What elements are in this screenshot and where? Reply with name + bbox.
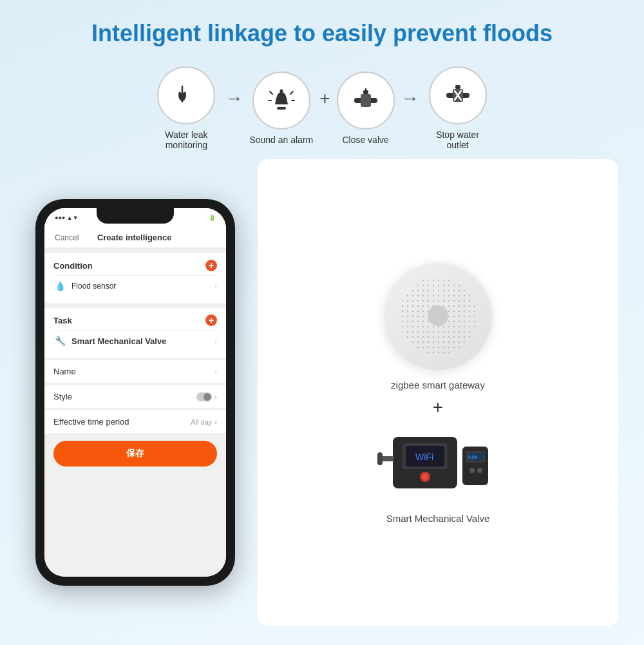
flood-sensor-icon: 💧 xyxy=(53,280,66,293)
svg-point-25 xyxy=(422,474,428,480)
valve-task-row[interactable]: 🔧 Smart Mechanical Valve › xyxy=(53,330,217,351)
svg-text:WiFi: WiFi xyxy=(415,452,433,462)
signal-icon: ●●● ▲▼ xyxy=(55,215,79,221)
cancel-label[interactable]: Cancel xyxy=(55,233,79,242)
plus-divider: + xyxy=(433,397,443,418)
main-title: Intelligent linkage to easily prevent fl… xyxy=(91,19,553,47)
task-header: Task + xyxy=(53,314,217,326)
flow-diagram: Water leak monitoring → Sound an alarm xyxy=(154,66,489,150)
stop-water-label: Stop water outlet xyxy=(426,130,490,150)
condition-header: Condition + xyxy=(53,260,217,271)
valve-task-label: Smart Mechanical Valve xyxy=(71,336,166,346)
phone-notch xyxy=(97,208,174,224)
flow-item-water-leak: Water leak monitoring xyxy=(154,66,218,150)
arrow-2: → xyxy=(401,88,419,109)
valve-image: WiFi 0.5A xyxy=(374,424,502,501)
svg-rect-27 xyxy=(377,452,383,465)
flow-item-close-valve: Close valve xyxy=(337,72,395,145)
arrow-1: → xyxy=(225,88,243,109)
alarm-circle xyxy=(252,72,310,130)
flow-item-stop-water: Stop water outlet xyxy=(426,66,490,150)
svg-point-32 xyxy=(469,468,475,473)
phone-screen: ●●● ▲▼ 1:11 🔋 Cancel Create intelligence xyxy=(44,208,226,577)
phone-mockup: ●●● ▲▼ 1:11 🔋 Cancel Create intelligence xyxy=(35,199,235,586)
close-valve-label: Close valve xyxy=(342,135,388,145)
name-row[interactable]: Name › xyxy=(44,360,226,383)
alarm-label: Sound an alarm xyxy=(249,135,313,145)
valve-label: Smart Mechanical Valve xyxy=(386,513,490,524)
style-chevron: › xyxy=(214,393,217,401)
gateway-dots-pattern xyxy=(390,267,486,364)
style-toggle[interactable] xyxy=(196,392,212,401)
valve-device-svg: WiFi 0.5A xyxy=(374,424,502,501)
confirm-button[interactable]: 保存 xyxy=(53,441,217,467)
plus-sign: + xyxy=(319,88,330,109)
time-value: All day xyxy=(191,418,212,426)
condition-section: Condition + 💧 Flood sensor › xyxy=(44,253,226,303)
flood-sensor-label: Flood sensor xyxy=(71,282,116,291)
valve-task-left: 🔧 Smart Mechanical Valve xyxy=(53,334,166,347)
time-row[interactable]: Effective time period All day › xyxy=(44,410,226,433)
alarm-icon xyxy=(265,84,298,117)
nav-title: Create intelligence xyxy=(97,233,172,242)
phone-content: Condition + 💧 Flood sensor › xyxy=(44,248,226,577)
style-label: Style xyxy=(53,392,72,401)
flood-sensor-left: 💧 Flood sensor xyxy=(53,280,116,293)
svg-line-3 xyxy=(270,91,272,94)
condition-add-btn[interactable]: + xyxy=(205,260,217,271)
flood-sensor-chevron: › xyxy=(214,282,217,291)
svg-point-33 xyxy=(477,468,482,473)
time-chevron: › xyxy=(214,418,217,426)
phone-nav: Cancel Create intelligence xyxy=(44,227,226,248)
style-right: › xyxy=(196,392,217,401)
flood-sensor-row[interactable]: 💧 Flood sensor › xyxy=(53,275,217,296)
valve-icon: 🔧 xyxy=(53,334,66,347)
style-row[interactable]: Style › xyxy=(44,385,226,408)
svg-rect-8 xyxy=(361,94,371,107)
water-leak-icon xyxy=(171,80,202,111)
phone-wrapper: ●●● ▲▼ 1:11 🔋 Cancel Create intelligence xyxy=(26,159,245,626)
svg-point-19 xyxy=(428,305,448,326)
task-add-btn[interactable]: + xyxy=(205,314,217,326)
stop-water-icon xyxy=(441,79,475,112)
svg-text:0.5A: 0.5A xyxy=(468,455,478,459)
stop-water-circle xyxy=(429,66,487,124)
valve-task-chevron: › xyxy=(214,336,217,345)
close-valve-circle xyxy=(337,72,395,130)
name-chevron: › xyxy=(214,367,217,376)
flow-item-alarm: Sound an alarm xyxy=(249,72,313,145)
time-right: All day › xyxy=(191,418,217,426)
svg-rect-9 xyxy=(363,90,368,94)
water-leak-label: Water leak monitoring xyxy=(154,130,218,150)
condition-title: Condition xyxy=(53,261,93,271)
right-panel: zigbee smart gateway + WiFi xyxy=(258,159,618,626)
bottom-row: ●●● ▲▼ 1:11 🔋 Cancel Create intelligence xyxy=(26,159,618,626)
toggle-dot xyxy=(204,393,211,401)
svg-line-4 xyxy=(290,91,293,94)
gateway-circle xyxy=(383,261,493,371)
time-label: Effective time period xyxy=(53,417,129,427)
svg-point-2 xyxy=(279,90,283,93)
close-valve-icon xyxy=(349,84,383,117)
svg-rect-15 xyxy=(455,85,460,89)
task-title: Task xyxy=(53,316,72,325)
name-label: Name xyxy=(53,367,76,376)
task-section: Task + 🔧 Smart Mechanical Valve xyxy=(44,308,226,358)
battery-icon: 🔋 xyxy=(209,215,216,221)
svg-rect-1 xyxy=(277,107,286,110)
gateway-label: zigbee smart gateway xyxy=(391,380,485,390)
gateway-image xyxy=(383,261,493,371)
water-leak-circle xyxy=(157,66,215,124)
page: Intelligent linkage to easily prevent fl… xyxy=(0,0,644,645)
